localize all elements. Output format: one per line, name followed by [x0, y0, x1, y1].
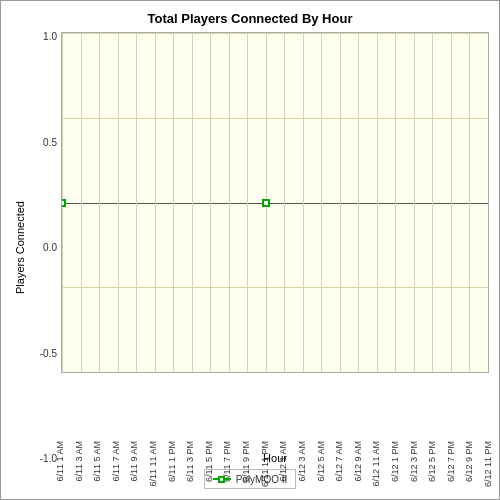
grid-line-vertical [469, 33, 470, 372]
grid-line-vertical [451, 33, 452, 372]
grid-line-vertical [136, 33, 137, 372]
grid-line-vertical [173, 33, 174, 372]
chart-area: Players Connected 1.00.50.0-0.5-1.0 6/11… [11, 32, 489, 464]
grid-line-vertical [303, 33, 304, 372]
grid-line-vertical [155, 33, 156, 372]
x-axis-tick-label: 6/11 9 PM [242, 441, 251, 482]
grid-line-vertical [284, 33, 285, 372]
y-ticks-and-plot: 1.00.50.0-0.5-1.0 6/11 1 AM6/11 3 AM6/11… [29, 32, 489, 464]
grid-line-vertical [247, 33, 248, 372]
chart-container: Total Players Connected By Hour Players … [0, 0, 500, 500]
data-point [262, 199, 270, 207]
y-axis-label: Players Connected [11, 32, 29, 464]
x-axis-tick-label: 6/11 11 AM [149, 441, 158, 487]
x-axis-tick-label: 6/12 9 PM [465, 441, 474, 482]
x-labels: 6/11 1 AM6/11 3 AM6/11 5 AM6/11 7 AM6/11… [61, 375, 489, 450]
x-axis-tick-label: 6/11 1 AM [56, 441, 65, 482]
x-axis-tick-label: 6/12 5 PM [428, 441, 437, 482]
x-axis-tick-label: 6/12 7 PM [447, 441, 456, 482]
y-tick-label: -0.5 [40, 349, 57, 359]
y-tick-label: 1.0 [43, 32, 57, 42]
grid-line-vertical [358, 33, 359, 372]
plot-and-x: 6/11 1 AM6/11 3 AM6/11 5 AM6/11 7 AM6/11… [61, 32, 489, 464]
y-tick-label: 0.5 [43, 138, 57, 148]
x-axis-tick-label: 6/11 3 PM [186, 441, 195, 482]
x-axis-tick-label: 6/12 5 AM [317, 441, 326, 482]
grid-line-horizontal [62, 203, 488, 204]
x-axis-tick-label: 6/11 9 AM [130, 441, 139, 482]
x-axis-tick-label: 6/12 11 PM [484, 441, 493, 487]
y-ticks: 1.00.50.0-0.5-1.0 [29, 32, 61, 464]
x-axis-tick-label: 6/11 7 AM [112, 441, 121, 482]
grid-line-horizontal [62, 118, 488, 119]
x-axis-tick-label: 6/11 11 PM [261, 441, 270, 487]
grid-line-vertical [118, 33, 119, 372]
grid-line-vertical [321, 33, 322, 372]
x-axis-tick-label: 6/12 1 AM [279, 441, 288, 482]
grid-line-horizontal [62, 372, 488, 373]
legend-icon [213, 473, 231, 485]
grid-line-vertical [414, 33, 415, 372]
grid-line-horizontal [62, 287, 488, 288]
x-axis-tick-label: 6/12 11 AM [372, 441, 381, 487]
legend-dot [218, 476, 225, 483]
grid-line-vertical [377, 33, 378, 372]
y-tick-label: 0.0 [43, 243, 57, 253]
x-axis-tick-label: 6/12 3 PM [410, 441, 419, 482]
grid-line-horizontal [62, 33, 488, 34]
x-axis-tick-label: 6/11 3 AM [75, 441, 84, 482]
x-axis-tick-label: 6/12 1 PM [391, 441, 400, 482]
grid-line-vertical [395, 33, 396, 372]
x-axis-tick-label: 6/12 7 AM [335, 441, 344, 482]
plot-area [61, 32, 489, 373]
grid-line-vertical [229, 33, 230, 372]
x-axis-tick-label: 6/12 9 AM [354, 441, 363, 482]
x-axis-tick-label: 6/11 5 AM [93, 441, 102, 482]
grid-line-vertical [99, 33, 100, 372]
x-axis-title: Hour [61, 452, 489, 464]
grid-line-vertical [210, 33, 211, 372]
grid-line-vertical [81, 33, 82, 372]
chart-title: Total Players Connected By Hour [148, 11, 353, 26]
x-axis-tick-label: 6/11 1 PM [168, 441, 177, 482]
grid-line-vertical [192, 33, 193, 372]
x-label-wrapper: 6/12 11 PM [484, 441, 500, 450]
x-axis-tick-label: 6/12 3 AM [298, 441, 307, 482]
grid-line-vertical [432, 33, 433, 372]
grid-line-vertical [488, 33, 489, 372]
data-point [61, 199, 66, 207]
grid-line-vertical [340, 33, 341, 372]
